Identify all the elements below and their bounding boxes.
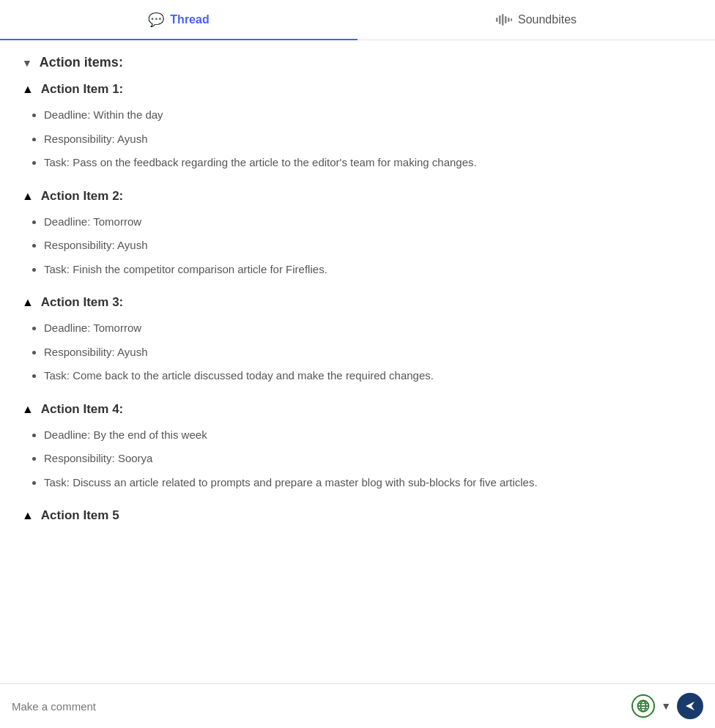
action-item-1-chevron[interactable]: ▲	[22, 83, 34, 96]
svg-rect-3	[505, 16, 507, 23]
action-item-2: ▲ Action Item 2: Deadline: Tomorrow Resp…	[22, 189, 693, 278]
action-items-root-chevron[interactable]: ▼	[22, 57, 32, 69]
action-item-1-header: ▲ Action Item 1:	[22, 82, 693, 97]
action-item-4-chevron[interactable]: ▲	[22, 403, 34, 416]
list-item: Deadline: By the end of this week	[44, 427, 693, 444]
list-item: Deadline: Tomorrow	[44, 214, 693, 231]
action-item-5-header: ▲ Action Item 5	[22, 508, 693, 523]
action-item-1-details: Deadline: Within the day Responsibility:…	[22, 107, 693, 171]
list-item: Task: Pass on the feedback regarding the…	[44, 155, 693, 171]
soundbites-icon	[496, 13, 512, 26]
action-item-2-title: Action Item 2:	[41, 189, 123, 204]
action-item-4-details: Deadline: By the end of this week Respon…	[22, 427, 693, 491]
action-item-5-chevron[interactable]: ▲	[22, 509, 34, 522]
action-items-root-header: ▼ Action items:	[22, 55, 693, 70]
tab-thread-label: Thread	[170, 13, 209, 26]
action-item-3-chevron[interactable]: ▲	[22, 296, 34, 309]
list-item: Deadline: Within the day	[44, 107, 693, 124]
action-item-3-details: Deadline: Tomorrow Responsibility: Ayush…	[22, 320, 693, 385]
svg-rect-1	[499, 15, 501, 24]
tab-soundbites[interactable]: Soundbites	[358, 0, 715, 40]
comment-bar: ▼	[0, 683, 715, 728]
svg-rect-4	[508, 18, 510, 22]
action-item-2-chevron[interactable]: ▲	[22, 190, 34, 203]
tab-soundbites-label: Soundbites	[518, 13, 577, 26]
action-item-4-header: ▲ Action Item 4:	[22, 402, 693, 417]
action-item-2-details: Deadline: Tomorrow Responsibility: Ayush…	[22, 214, 693, 278]
action-item-1-title: Action Item 1:	[41, 82, 123, 97]
comment-bar-actions: ▼	[631, 693, 703, 719]
action-item-3: ▲ Action Item 3: Deadline: Tomorrow Resp…	[22, 295, 693, 385]
action-item-2-header: ▲ Action Item 2:	[22, 189, 693, 204]
svg-rect-5	[511, 18, 512, 21]
list-item: Task: Come back to the article discussed…	[44, 368, 693, 385]
action-item-1: ▲ Action Item 1: Deadline: Within the da…	[22, 82, 693, 171]
dropdown-button[interactable]: ▼	[661, 700, 671, 712]
list-item: Responsibility: Ayush	[44, 131, 693, 148]
list-item: Responsibility: Ayush	[44, 344, 693, 361]
list-item: Responsibility: Ayush	[44, 237, 693, 254]
globe-button[interactable]	[631, 694, 655, 718]
action-item-5-partial: ▲ Action Item 5	[22, 508, 693, 523]
send-button[interactable]	[677, 693, 703, 719]
comment-input[interactable]	[12, 700, 631, 713]
svg-rect-0	[496, 18, 498, 22]
action-items-root-title: Action items:	[40, 55, 123, 70]
content-area: ▼ Action items: ▲ Action Item 1: Deadlin…	[0, 40, 715, 683]
tab-thread[interactable]: 💬 Thread	[0, 0, 358, 40]
list-item: Task: Finish the competitor comparison a…	[44, 261, 693, 278]
thread-icon: 💬	[148, 12, 164, 28]
tab-bar: 💬 Thread Soundbites	[0, 0, 715, 40]
list-item: Task: Discuss an article related to prom…	[44, 475, 693, 491]
action-item-3-title: Action Item 3:	[41, 295, 123, 310]
action-item-3-header: ▲ Action Item 3:	[22, 295, 693, 310]
svg-rect-2	[502, 14, 504, 26]
list-item: Responsibility: Soorya	[44, 450, 693, 467]
action-item-5-title: Action Item 5	[41, 508, 119, 523]
action-item-4-title: Action Item 4:	[41, 402, 123, 417]
list-item: Deadline: Tomorrow	[44, 320, 693, 337]
action-item-4: ▲ Action Item 4: Deadline: By the end of…	[22, 402, 693, 491]
